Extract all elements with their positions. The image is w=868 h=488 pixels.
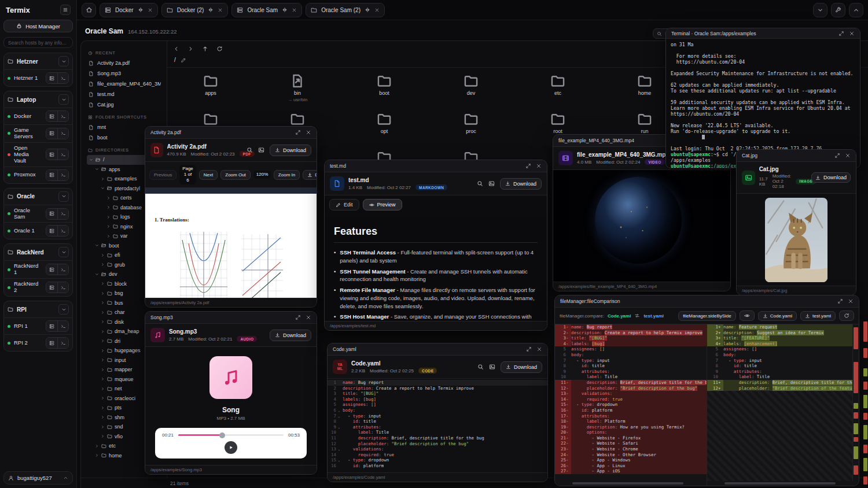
- download-button[interactable]: Download: [500, 178, 542, 190]
- tab-oracle-sam-2-[interactable]: Oracle Sam (2): [306, 3, 385, 17]
- expand-icon[interactable]: [834, 153, 840, 158]
- search-icon[interactable]: [247, 147, 253, 153]
- open-terminal-button[interactable]: [57, 338, 68, 348]
- open-terminal-button[interactable]: [57, 209, 68, 219]
- connect-server-button[interactable]: [46, 209, 57, 219]
- recent-file-item[interactable]: Song.mp3: [87, 68, 161, 79]
- tab-docker[interactable]: Docker: [100, 3, 158, 17]
- admin-tools-button[interactable]: [831, 3, 845, 17]
- image-window-titlebar[interactable]: Cat.jpg: [737, 150, 856, 162]
- close-icon[interactable]: [848, 298, 854, 304]
- host-group-header[interactable]: Laptop: [4, 91, 72, 108]
- preview-tab[interactable]: Preview: [363, 199, 402, 210]
- host-item-proxmox[interactable]: Proxmox: [4, 167, 72, 183]
- grid-item-dev[interactable]: dev: [428, 73, 514, 112]
- pdf-window-titlebar[interactable]: Activity 2a.pdf: [145, 127, 317, 139]
- recent-file-item[interactable]: file_example_MP4_640_3MG...: [87, 79, 161, 89]
- close-icon[interactable]: [306, 130, 311, 135]
- host-item-docker[interactable]: Docker: [4, 108, 72, 124]
- group-collapse-button[interactable]: [58, 191, 69, 202]
- home-tab-button[interactable]: [82, 3, 96, 17]
- close-icon[interactable]: [536, 346, 542, 352]
- pdf-download-button[interactable]: Dow: [303, 170, 317, 180]
- host-item-rpi-2[interactable]: RPI 2: [4, 334, 72, 351]
- sidebar-menu-button[interactable]: [60, 5, 71, 15]
- download-button[interactable]: Download: [501, 361, 542, 373]
- close-icon[interactable]: [536, 163, 542, 169]
- back-button[interactable]: [173, 46, 179, 52]
- host-item-racknerd-1[interactable]: RackNerd 1: [4, 260, 72, 278]
- host-item-racknerd-2[interactable]: RackNerd 2: [4, 278, 72, 296]
- preview-icon[interactable]: [258, 147, 264, 153]
- seek-thumb[interactable]: [219, 432, 225, 438]
- search-icon[interactable]: [477, 180, 483, 187]
- connect-server-button[interactable]: [46, 73, 57, 83]
- recent-file-item[interactable]: Activity 2a.pdf: [87, 58, 161, 68]
- split-icon[interactable]: [365, 7, 370, 13]
- connect-server-button[interactable]: [46, 111, 57, 121]
- horizontal-scrollbar[interactable]: [724, 482, 836, 485]
- close-icon[interactable]: [148, 8, 153, 13]
- refresh-diff-button[interactable]: [839, 310, 854, 321]
- connect-server-button[interactable]: [46, 225, 57, 236]
- grid-item-proc[interactable]: proc: [428, 112, 514, 150]
- expand-icon[interactable]: [526, 346, 532, 352]
- group-collapse-button[interactable]: [58, 304, 69, 315]
- terminal-titlebar[interactable]: Terminal · Oracle Sam:/apps/examples: [666, 28, 860, 39]
- up-directory-button[interactable]: [202, 46, 208, 52]
- next-page-button[interactable]: Next: [199, 170, 218, 180]
- toggle-visibility-button[interactable]: [740, 310, 755, 321]
- md-window-titlebar[interactable]: test.md: [325, 160, 547, 172]
- open-terminal-button[interactable]: [57, 225, 68, 236]
- connect-server-button[interactable]: [46, 282, 57, 293]
- split-icon[interactable]: [208, 7, 214, 13]
- horizontal-scrollbar[interactable]: [572, 482, 683, 485]
- preview-icon[interactable]: [489, 364, 495, 370]
- search-icon[interactable]: [477, 364, 484, 370]
- host-item-game-servers[interactable]: Game Servers: [4, 124, 72, 142]
- download-button[interactable]: Download: [811, 172, 851, 183]
- host-item-oracle-sam[interactable]: Oracle Sam: [4, 205, 72, 223]
- edit-path-icon[interactable]: [181, 57, 186, 63]
- diff-overview-ruler[interactable]: [863, 321, 868, 488]
- tab-oracle-sam[interactable]: Oracle Sam: [231, 3, 302, 17]
- close-icon[interactable]: [845, 153, 851, 158]
- expand-button[interactable]: [849, 3, 863, 17]
- refresh-button[interactable]: [216, 46, 223, 52]
- split-icon[interactable]: [282, 7, 288, 13]
- diff-window-titlebar[interactable]: fileManager:fileComparison: [555, 295, 859, 308]
- grid-item-bin[interactable]: bin→ usr/bin: [254, 73, 341, 112]
- download-button[interactable]: Download: [270, 330, 311, 341]
- connect-server-button[interactable]: [46, 321, 57, 331]
- seek-slider[interactable]: [178, 434, 284, 436]
- group-collapse-button[interactable]: [58, 94, 69, 105]
- expand-icon[interactable]: [295, 315, 301, 320]
- host-search-input[interactable]: Search hosts by any info...: [3, 37, 73, 48]
- open-terminal-button[interactable]: [57, 170, 68, 180]
- host-item-open-media-vault[interactable]: Open Media Vault: [4, 142, 72, 167]
- download-file-b-button[interactable]: test.yaml: [800, 311, 836, 321]
- close-icon[interactable]: [292, 8, 297, 13]
- preview-icon[interactable]: [488, 180, 495, 187]
- diff-left-pane[interactable]: 1-name: Bug report2-description: Create …: [555, 324, 707, 486]
- zoom-out-button[interactable]: Zoom Out: [220, 170, 251, 180]
- host-group-header[interactable]: RPI: [4, 301, 72, 317]
- connect-server-button[interactable]: [46, 128, 57, 139]
- forward-button[interactable]: [187, 46, 194, 52]
- terminal-output[interactable]: on 31 Ma For more details see: https://u…: [666, 39, 860, 168]
- grid-item-etc[interactable]: etc: [514, 73, 601, 112]
- play-button[interactable]: [225, 441, 237, 454]
- open-terminal-button[interactable]: [57, 73, 68, 83]
- collapse-button[interactable]: [813, 3, 827, 17]
- group-collapse-button[interactable]: [58, 56, 69, 66]
- host-item-rpi-1[interactable]: RPI 1: [4, 317, 72, 334]
- open-terminal-button[interactable]: [57, 128, 68, 139]
- diff-right-pane[interactable]: 1+name: Feature request2+description: Su…: [707, 324, 859, 486]
- host-group-header[interactable]: Oracle: [4, 188, 72, 205]
- download-file-a-button[interactable]: Code.yaml: [758, 311, 797, 321]
- download-button[interactable]: Download: [270, 145, 311, 156]
- expand-icon[interactable]: [837, 298, 843, 304]
- expand-icon[interactable]: [838, 31, 844, 36]
- close-icon[interactable]: [849, 31, 855, 36]
- server-icon[interactable]: [105, 7, 111, 13]
